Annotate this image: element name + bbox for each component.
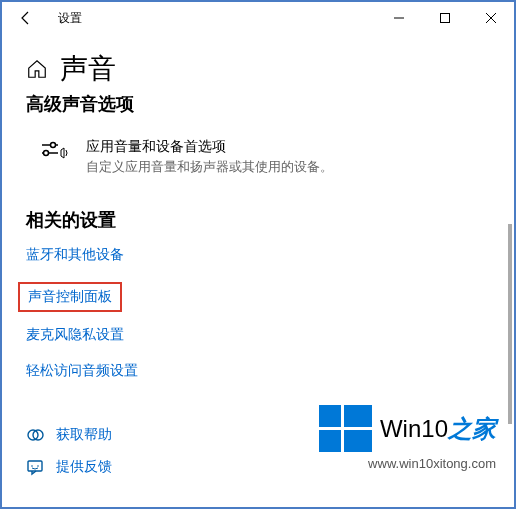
link-microphone-privacy[interactable]: 麦克风隐私设置: [26, 326, 490, 344]
app-volume-option[interactable]: 应用音量和设备首选项 自定义应用音量和扬声器或其使用的设备。: [38, 130, 490, 184]
option-text: 应用音量和设备首选项 自定义应用音量和扬声器或其使用的设备。: [86, 138, 490, 176]
svg-rect-1: [441, 14, 450, 23]
help-icon: [26, 426, 44, 444]
close-button[interactable]: [468, 2, 514, 34]
svg-point-7: [44, 151, 49, 156]
link-sound-control-panel[interactable]: 声音控制面板: [18, 282, 122, 312]
advanced-section-heading: 高级声音选项: [26, 92, 490, 114]
feedback-icon: [26, 458, 44, 476]
option-desc: 自定义应用音量和扬声器或其使用的设备。: [86, 158, 490, 176]
get-help-link[interactable]: 获取帮助: [26, 426, 490, 444]
titlebar-left: 设置: [10, 2, 82, 34]
titlebar: 设置: [2, 2, 514, 34]
option-title: 应用音量和设备首选项: [86, 138, 490, 156]
window-controls: [376, 2, 514, 34]
maximize-icon: [440, 13, 450, 23]
page-header: 声音: [26, 50, 490, 88]
feedback-link[interactable]: 提供反馈: [26, 458, 490, 476]
sliders-icon: [38, 138, 70, 176]
feedback-label: 提供反馈: [56, 458, 112, 476]
link-bluetooth-devices[interactable]: 蓝牙和其他设备: [26, 246, 490, 264]
window-title: 设置: [58, 10, 82, 27]
get-help-label: 获取帮助: [56, 426, 112, 444]
home-icon: [26, 58, 48, 80]
minimize-icon: [394, 13, 404, 23]
svg-point-11: [31, 465, 33, 467]
arrow-left-icon: [18, 10, 34, 26]
back-button[interactable]: [10, 2, 42, 34]
svg-point-12: [37, 465, 39, 467]
maximize-button[interactable]: [422, 2, 468, 34]
related-settings-heading: 相关的设置: [26, 208, 490, 232]
link-ease-of-access-audio[interactable]: 轻松访问音频设置: [26, 362, 490, 380]
minimize-button[interactable]: [376, 2, 422, 34]
page-title: 声音: [60, 50, 116, 88]
content-area: 声音 高级声音选项 应用音量和设备首选项 自定义应用音量和扬声器或其使用的设备。…: [2, 34, 514, 507]
svg-point-5: [51, 143, 56, 148]
scrollbar-thumb[interactable]: [508, 224, 512, 424]
close-icon: [486, 13, 496, 23]
